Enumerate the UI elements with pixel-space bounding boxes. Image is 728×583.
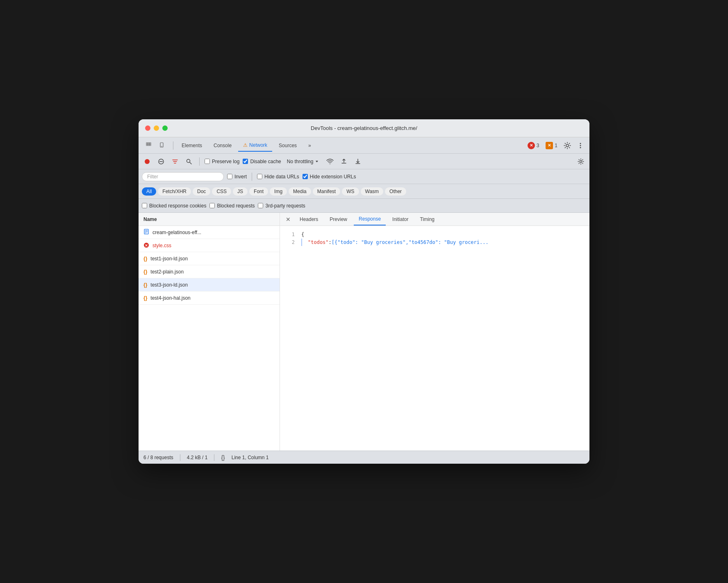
tab-more[interactable]: »	[303, 139, 316, 152]
filter-input[interactable]	[142, 172, 224, 181]
svg-point-17	[580, 160, 582, 162]
more-button[interactable]	[575, 140, 586, 151]
file-item-json1[interactable]: {} test1-json-ld.json	[139, 252, 280, 265]
tab-response[interactable]: Response	[354, 213, 386, 225]
file-list-header: Name	[139, 213, 280, 226]
json-icon-1: {}	[143, 256, 147, 262]
svg-point-9	[580, 143, 581, 144]
json-icon-2: {}	[143, 269, 147, 275]
upload-icon[interactable]	[339, 156, 349, 167]
tab-network[interactable]: ⚠ Network	[238, 139, 272, 152]
file-name-json3: test3-json-ld.json	[150, 282, 188, 288]
tab-elements[interactable]: Elements	[177, 139, 207, 152]
doc-icon	[143, 229, 149, 236]
svg-rect-5	[150, 144, 151, 146]
svg-point-15	[187, 159, 190, 162]
throttling-dropdown[interactable]: No throttling	[284, 158, 322, 165]
warning-count-badge: ✕ 1	[543, 141, 560, 150]
transfer-size: 4.2 kB / 1	[187, 455, 208, 460]
tab-preview[interactable]: Preview	[325, 213, 352, 225]
blocked-requests-checkbox[interactable]: Blocked requests	[209, 203, 255, 209]
error-circle-icon: ✕	[143, 242, 149, 249]
svg-point-11	[580, 147, 581, 148]
hide-extension-urls-checkbox[interactable]: Hide extension URLs	[303, 174, 356, 180]
filter-row: Invert Hide data URLs Hide extension URL…	[139, 169, 589, 184]
file-item-html[interactable]: cream-gelatinous-eff...	[139, 226, 280, 239]
wifi-icon[interactable]	[325, 156, 335, 167]
devtools-window: DevTools - cream-gelatinous-effect.glitc…	[139, 119, 589, 464]
stop-recording-button[interactable]	[142, 156, 152, 167]
code-line-2: 2 "todos" : [{"todo": "Buy groceries","t…	[287, 239, 583, 246]
filter-doc[interactable]: Doc	[193, 187, 210, 196]
filter-css[interactable]: CSS	[212, 187, 231, 196]
filter-media[interactable]: Media	[289, 187, 311, 196]
file-item-json4[interactable]: {} test4-json-hal.json	[139, 292, 280, 305]
svg-point-12	[145, 159, 150, 164]
svg-rect-2	[148, 143, 149, 144]
preserve-log-checkbox[interactable]: Preserve log	[205, 159, 239, 164]
filter-manifest[interactable]: Manifest	[313, 187, 340, 196]
line-number-1: 1	[287, 231, 295, 239]
close-button[interactable]	[145, 125, 150, 131]
tab-sources[interactable]: Sources	[274, 139, 302, 152]
cursor-position: Line 1, Column 1	[232, 455, 269, 460]
svg-line-16	[190, 162, 191, 164]
file-name-json4: test4-json-hal.json	[150, 295, 190, 301]
file-item-json2[interactable]: {} test2-plain.json	[139, 265, 280, 278]
blocked-response-cookies-checkbox[interactable]: Blocked response cookies	[142, 203, 206, 209]
settings-button[interactable]	[562, 140, 573, 151]
response-content: 1 { 2 "todos" : [{"todo": "Buy groceries…	[280, 226, 589, 451]
main-content: Name cream-gelatinous-eff...	[139, 213, 589, 451]
extra-filters-row: Blocked response cookies Blocked request…	[139, 199, 589, 213]
search-button[interactable]	[184, 156, 194, 167]
filter-button[interactable]	[170, 156, 180, 167]
json-icon-4: {}	[143, 295, 147, 301]
disable-cache-checkbox[interactable]: Disable cache	[243, 159, 281, 164]
close-panel-button[interactable]: ✕	[283, 214, 293, 224]
status-bar: 6 / 8 requests 4.2 kB / 1 {} Line 1, Col…	[139, 451, 589, 464]
tab-headers[interactable]: Headers	[295, 213, 323, 225]
svg-point-8	[566, 144, 569, 147]
filter-img[interactable]: Img	[270, 187, 287, 196]
title-bar: DevTools - cream-gelatinous-effect.glitc…	[139, 119, 589, 137]
network-settings-button[interactable]	[576, 156, 586, 167]
filter-other[interactable]: Other	[385, 187, 406, 196]
status-divider-2	[214, 454, 214, 461]
tab-timing[interactable]: Timing	[415, 213, 439, 225]
file-name-html: cream-gelatinous-eff...	[152, 230, 201, 235]
third-party-checkbox[interactable]: 3rd-party requests	[258, 203, 305, 209]
file-name-json1: test1-json-ld.json	[150, 256, 188, 262]
warning-icon: ⚠	[243, 142, 248, 148]
invert-checkbox[interactable]: Invert	[227, 174, 247, 180]
code-line-1: 1 {	[287, 231, 583, 239]
maximize-button[interactable]	[162, 125, 168, 131]
filter-font[interactable]: Font	[249, 187, 268, 196]
clear-button[interactable]	[156, 156, 166, 167]
file-item-json3[interactable]: {} test3-json-ld.json	[139, 278, 280, 292]
tab-initiator[interactable]: Initiator	[387, 213, 413, 225]
status-divider-1	[180, 454, 180, 461]
format-icon[interactable]: {}	[221, 454, 225, 461]
device-tool[interactable]	[157, 140, 168, 151]
tab-console[interactable]: Console	[209, 139, 237, 152]
file-name-css: style.css	[152, 243, 171, 248]
network-toolbar: Preserve log Disable cache No throttling	[139, 154, 589, 169]
file-list: Name cream-gelatinous-eff...	[139, 213, 280, 451]
filter-js[interactable]: JS	[233, 187, 248, 196]
cursor-tool[interactable]	[143, 140, 155, 151]
traffic-lights	[145, 125, 168, 131]
code-brace-open: {	[301, 231, 304, 239]
filter-all[interactable]: All	[142, 187, 156, 196]
response-panel: ✕ Headers Preview Response Initiator Tim…	[280, 213, 589, 451]
svg-rect-0	[146, 143, 148, 144]
devtools-tools	[142, 140, 170, 151]
filter-fetch[interactable]: Fetch/XHR	[158, 187, 191, 196]
file-item-css[interactable]: ✕ style.css	[139, 239, 280, 252]
minimize-button[interactable]	[154, 125, 159, 131]
filter-ws[interactable]: WS	[342, 187, 359, 196]
hide-data-urls-checkbox[interactable]: Hide data URLs	[257, 174, 299, 180]
json-icon-3: {}	[143, 282, 147, 288]
filter-wasm[interactable]: Wasm	[361, 187, 384, 196]
type-filter-row: All Fetch/XHR Doc CSS JS Font Img Media …	[139, 184, 589, 199]
download-icon[interactable]	[353, 156, 363, 167]
